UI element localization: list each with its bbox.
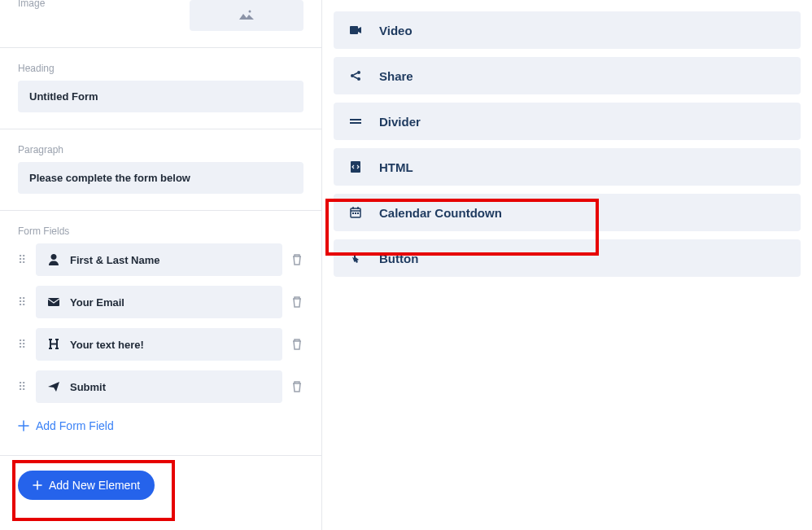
trash-icon[interactable] <box>290 296 303 309</box>
drag-handle-icon[interactable]: ⠿ <box>18 341 28 348</box>
heading-section-label: Heading <box>18 48 303 81</box>
share-icon <box>348 68 363 83</box>
paragraph-section-label: Paragraph <box>18 129 303 162</box>
form-field-card[interactable]: Your Email <box>36 286 282 318</box>
send-icon <box>47 380 60 393</box>
element-item-video[interactable]: Video <box>334 11 801 49</box>
element-label: Video <box>379 24 413 37</box>
svg-rect-2 <box>350 26 358 34</box>
form-field-label: Your text here! <box>70 339 144 351</box>
form-field-row: ⠿Your Email <box>18 286 303 318</box>
svg-point-0 <box>249 11 251 13</box>
svg-point-4 <box>357 71 360 74</box>
form-field-label: Your Email <box>70 296 124 309</box>
plus-icon <box>33 480 42 490</box>
image-placeholder[interactable] <box>190 0 303 31</box>
divider-icon <box>348 114 363 129</box>
form-field-label: Submit <box>70 381 106 393</box>
element-label: Divider <box>379 115 421 129</box>
user-icon <box>47 253 60 266</box>
trash-icon[interactable] <box>290 253 303 266</box>
form-field-card[interactable]: Submit <box>36 370 282 403</box>
video-icon <box>348 23 363 37</box>
svg-rect-10 <box>352 212 354 214</box>
heading-input[interactable]: Untitled Form <box>18 81 303 112</box>
add-new-element-label: Add New Element <box>49 479 140 492</box>
form-field-row: ⠿Your text here! <box>18 328 303 361</box>
element-item-html[interactable]: HTML <box>334 148 801 186</box>
element-item-share[interactable]: Share <box>334 57 801 94</box>
plus-icon <box>18 420 29 431</box>
form-field-card[interactable]: First & Last Name <box>36 243 282 276</box>
element-label: Button <box>379 252 418 265</box>
calendar-icon <box>348 205 363 220</box>
drag-handle-icon[interactable]: ⠿ <box>18 299 28 305</box>
image-section-label: Image <box>18 0 45 9</box>
heading-icon <box>47 338 60 351</box>
drag-handle-icon[interactable]: ⠿ <box>18 383 28 390</box>
svg-rect-6 <box>350 119 361 120</box>
image-icon <box>239 10 254 21</box>
element-item-divider[interactable]: Divider <box>334 103 801 140</box>
add-form-field-label: Add Form Field <box>36 419 114 432</box>
element-label: Calendar Countdown <box>379 206 502 220</box>
drag-handle-icon[interactable]: ⠿ <box>18 256 28 263</box>
paragraph-input[interactable]: Please complete the form below <box>18 162 303 194</box>
svg-rect-12 <box>357 212 359 214</box>
element-item-button[interactable]: Button <box>334 239 801 277</box>
trash-icon[interactable] <box>290 380 303 393</box>
add-new-element-button[interactable]: Add New Element <box>18 471 155 500</box>
html-icon <box>348 160 363 174</box>
form-field-card[interactable]: Your text here! <box>36 328 282 361</box>
button-icon <box>348 251 363 265</box>
add-form-field-link[interactable]: Add Form Field <box>18 413 303 439</box>
form-fields-label: Form Fields <box>18 226 303 243</box>
element-label: HTML <box>379 160 413 174</box>
svg-rect-7 <box>350 122 361 124</box>
trash-icon[interactable] <box>290 338 303 351</box>
svg-rect-1 <box>48 298 59 306</box>
svg-point-5 <box>357 77 360 81</box>
form-field-row: ⠿First & Last Name <box>18 243 303 276</box>
envelope-icon <box>47 296 60 309</box>
element-label: Share <box>379 69 413 83</box>
form-field-label: First & Last Name <box>70 254 160 266</box>
form-field-row: ⠿Submit <box>18 370 303 403</box>
element-item-calendar-countdown[interactable]: Calendar Countdown <box>334 194 801 231</box>
svg-rect-11 <box>355 212 356 214</box>
